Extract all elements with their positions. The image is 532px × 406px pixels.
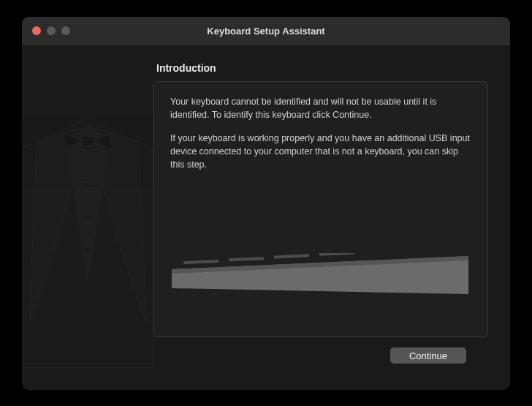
window-title: Keyboard Setup Assistant	[32, 26, 500, 37]
svg-point-2	[85, 215, 91, 221]
svg-rect-0	[82, 136, 94, 146]
sidebar-illustration	[22, 46, 153, 390]
tuxedo-icon	[22, 90, 153, 368]
main-content: Introduction Your keyboard cannot be ide…	[153, 46, 510, 390]
window-titlebar: Keyboard Setup Assistant	[22, 17, 510, 46]
svg-rect-6	[183, 260, 218, 264]
setup-assistant-window: Keyboard Setup Assistant	[22, 17, 510, 390]
maximize-button[interactable]	[61, 26, 70, 35]
button-row: Continue	[153, 337, 488, 377]
minimize-button[interactable]	[47, 26, 56, 35]
svg-point-3	[85, 248, 91, 254]
intro-paragraph-2: If your keyboard is working properly and…	[170, 132, 471, 171]
window-controls	[32, 26, 70, 35]
continue-button[interactable]: Continue	[390, 347, 466, 364]
keyboard-icon	[170, 253, 470, 297]
section-title: Introduction	[153, 62, 488, 74]
svg-rect-9	[319, 253, 354, 256]
intro-paragraph-1: Your keyboard cannot be identified and w…	[170, 95, 471, 121]
close-button[interactable]	[32, 26, 41, 35]
svg-rect-8	[274, 254, 309, 258]
window-body: Introduction Your keyboard cannot be ide…	[22, 46, 510, 390]
svg-rect-7	[229, 257, 264, 261]
svg-point-1	[85, 182, 91, 188]
content-panel: Your keyboard cannot be identified and w…	[153, 81, 488, 337]
